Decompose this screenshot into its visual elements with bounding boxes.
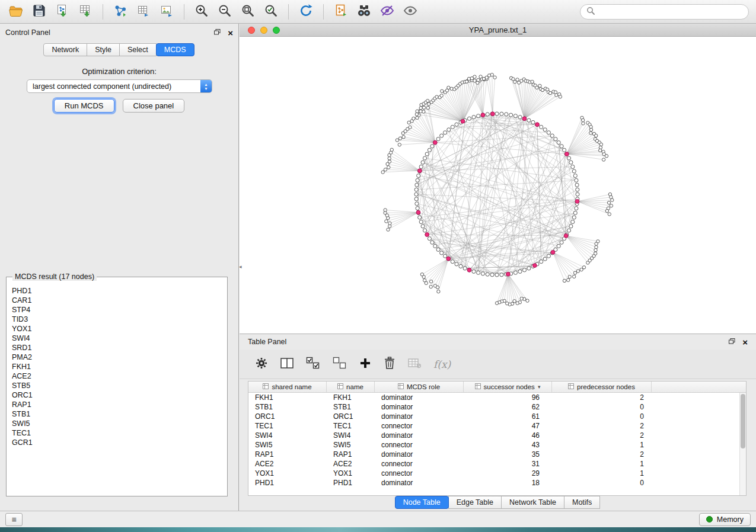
float-panel-icon[interactable] [214,28,221,37]
table-cell: YOX1 [327,469,375,477]
splitter-collapse-icon[interactable]: ◂ [239,264,242,270]
desktop-background [0,527,756,532]
export-table-button[interactable] [135,3,152,21]
table-cell: TEC1 [327,422,375,430]
mcds-result-item[interactable]: STB1 [12,409,222,419]
zoom-in-button[interactable] [193,3,210,21]
add-icon[interactable] [359,357,371,371]
table-scrollbar[interactable] [739,393,746,495]
mcds-result-item[interactable]: ACE2 [12,371,222,381]
column-header-filler [652,382,746,392]
refresh-icon [298,3,314,21]
zoom-selected-button[interactable] [262,3,280,21]
tab-node-table[interactable]: Node Table [395,496,449,509]
mcds-result-item[interactable]: STB5 [12,381,222,390]
find-button[interactable] [355,3,373,21]
column-header-successor-nodes[interactable]: successor nodes ▾ [464,382,552,392]
network-graph[interactable] [240,37,756,334]
tab-edge-table[interactable]: Edge Table [448,496,502,509]
network-view: YPA_prune.txt_1 [240,24,756,334]
mcds-result-item[interactable]: YOX1 [12,324,222,334]
run-mcds-button[interactable]: Run MCDS [54,99,114,113]
export-network-button[interactable] [111,3,129,21]
mcds-result-item[interactable]: STP4 [12,305,222,315]
column-header-predecessor-nodes[interactable]: predecessor nodes [552,382,652,392]
deselect-all-icon[interactable] [333,357,347,372]
table-row[interactable]: ORC1ORC1dominator610 [248,412,746,421]
table-cell: SWI5 [327,441,375,449]
search-box[interactable] [580,4,749,20]
control-panel-header: Control Panel × [0,24,238,41]
close-panel-icon[interactable]: × [228,28,233,37]
import-table-button[interactable] [76,3,94,21]
table-cell: 1 [552,441,652,449]
table-cell: PHD1 [327,479,375,487]
export-image-button[interactable] [158,3,176,21]
table-row[interactable]: SWI4SWI4dominator462 [248,431,746,440]
fx-function-icon[interactable]: f(x) [433,358,451,370]
scrollbar-thumb[interactable] [741,394,745,448]
mcds-result-item[interactable]: SRD1 [12,343,222,352]
folder-open-icon [8,4,24,20]
table-row[interactable]: SWI5SWI5connector431 [248,440,746,450]
column-type-icon [398,383,404,390]
mcds-result-item[interactable]: CAR1 [12,296,222,305]
open-session-button[interactable] [7,3,25,21]
float-panel-icon[interactable] [729,338,735,346]
tab-mcds[interactable]: MCDS [156,43,194,56]
table-cell: dominator [375,431,464,440]
mcds-result-item[interactable]: SWI5 [12,419,222,428]
show-all-button[interactable] [401,3,419,21]
import-network-button[interactable] [53,3,71,21]
mcds-result-item[interactable]: ORC1 [12,390,222,400]
mcds-result-item[interactable]: FKH1 [12,362,222,371]
table-row[interactable]: FKH1FKH1dominator962 [248,393,746,402]
refresh-layout-button[interactable] [297,3,315,21]
network-window-titlebar[interactable]: YPA_prune.txt_1 [240,24,756,37]
table-settings-gear-icon[interactable] [255,357,268,372]
optimization-dropdown[interactable]: largest connected component (undirected)… [27,79,212,93]
table-cell: 0 [552,403,652,411]
column-header-shared-name[interactable]: shared name [248,382,327,392]
save-session-button[interactable] [30,3,48,21]
table-row[interactable]: YOX1YOX1connector291 [248,469,746,478]
table-cell: ACE2 [327,460,375,468]
column-header-name[interactable]: name [327,382,375,392]
mcds-result-item[interactable]: TEC1 [12,428,222,438]
table-row[interactable]: STB1STB1dominator620 [248,402,746,412]
table-cell: 46 [464,431,552,440]
hide-selected-button[interactable] [378,3,396,21]
mcds-result-item[interactable]: GCR1 [12,438,222,447]
delete-icon[interactable] [384,357,395,372]
tab-style[interactable]: Style [87,43,120,56]
table-row[interactable]: RAP1RAP1dominator352 [248,450,746,459]
table-row[interactable]: TEC1TEC1connector472 [248,421,746,431]
zoom-out-button[interactable] [216,3,234,21]
close-panel-icon[interactable]: × [742,338,748,347]
mcds-result-item[interactable]: SWI4 [12,334,222,343]
close-panel-button[interactable]: Close panel [123,99,185,113]
search-input[interactable] [599,7,742,17]
select-all-icon[interactable] [306,357,320,372]
tab-network-table[interactable]: Network Table [501,496,564,509]
column-header-mcds-role[interactable]: MCDS role [375,382,464,392]
mcds-result-item[interactable]: PMA2 [12,352,222,362]
status-menu-button[interactable]: ≡ [5,513,23,526]
mcds-result-item[interactable]: TID3 [12,315,222,324]
share-document-button[interactable] [332,3,350,21]
memory-button[interactable]: Memory [699,513,751,526]
show-columns-icon[interactable] [280,357,294,371]
table-row[interactable]: ACE2ACE2connector311 [248,459,746,469]
zoom-fit-button[interactable] [239,3,257,21]
table-cell: 2 [552,422,652,430]
table-row[interactable]: PHD1PHD1dominator180 [248,478,746,488]
tab-select[interactable]: Select [119,43,157,56]
import-table-disabled-icon[interactable] [408,358,421,371]
mcds-result-groupbox: MCDS result (17 nodes) PHD1CAR1STP4TID3Y… [6,277,228,496]
table-cell: 96 [464,393,552,402]
table-cell: RAP1 [248,450,327,459]
mcds-result-item[interactable]: PHD1 [12,286,222,296]
tab-motifs[interactable]: Motifs [564,496,600,509]
tab-network[interactable]: Network [43,43,87,56]
mcds-result-item[interactable]: RAP1 [12,400,222,409]
